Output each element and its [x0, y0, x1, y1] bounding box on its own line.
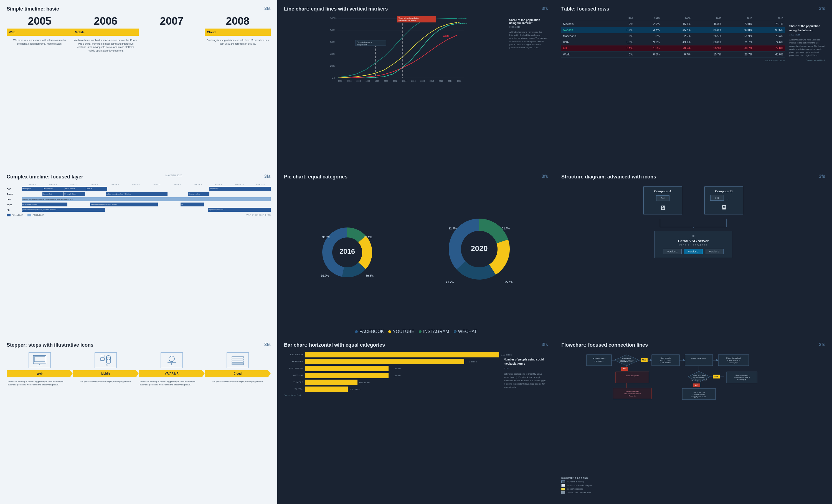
svg-text:2006: 2006 — [411, 80, 416, 82]
cell: 0.1% — [608, 46, 634, 52]
svg-text:error communication in: error communication in — [624, 393, 641, 395]
panel-bar-chart: Bar chart: horizontal with equal categor… — [277, 336, 555, 504]
svg-rect-89 — [616, 372, 649, 383]
cell: 0% — [608, 52, 634, 58]
central-server-box: 🖥 Cetral VSG server VERSION DATABASE Ver… — [654, 231, 732, 258]
bar-row-wechat: WECHAT 1 billion — [284, 373, 499, 378]
panel-9-title: Flowchart: focused connection lines — [561, 342, 648, 348]
legend-box-kolektor — [561, 484, 565, 487]
svg-text:NO: NO — [695, 384, 698, 386]
version-btn-3[interactable]: Version 3 — [705, 249, 724, 254]
vr-icon-svg — [165, 355, 179, 365]
pct-21-7-bottom: 21.7% — [446, 281, 454, 284]
cell: 6.7% — [661, 52, 692, 58]
pie-legend: FACEBOOK YOUTUBE INSTAGRAM WECHAT — [284, 329, 548, 334]
year-num-2008: 2008 — [205, 16, 271, 26]
svg-text:using physical switch.: using physical switch. — [691, 396, 707, 398]
svg-text:2002: 2002 — [393, 80, 397, 82]
legend-instagram: INSTAGRAM — [419, 329, 449, 334]
pie-svg-2016: 2016 — [322, 227, 372, 277]
computer-b-box: Computer B File ← 🖥 — [704, 187, 743, 215]
panel-9-brand: 3fs — [819, 342, 825, 347]
panel-simple-timeline: Simple timeline: basic 3fs 2005 Web We h… — [0, 0, 277, 168]
col-country — [561, 16, 608, 21]
version-btn-1[interactable]: Version 1 — [663, 249, 682, 254]
stepper-desc-vr: When we develop a promising prototype wi… — [139, 380, 205, 386]
flowchart-svg: Robot requires a (re)boot... Is the robo… — [561, 352, 825, 424]
svg-text:surpasses 250 million, ...: surpasses 250 million, ... — [398, 20, 418, 22]
year-2005: 2005 Web We have vast experience with in… — [7, 16, 73, 52]
ct-cell: 3fs swag & offices — [64, 192, 85, 196]
desc-text: All individuals who have used the Intern… — [789, 38, 825, 57]
year-2008: 2008 Cloud Our longstanding relationship… — [205, 16, 271, 52]
row-label-world: World — [561, 52, 608, 58]
ct-cell: dark keynote — [43, 187, 64, 191]
version-btn-2[interactable]: Version 2 — [684, 249, 703, 254]
label-youtube: YOUTUBE — [393, 329, 414, 334]
cell: 0% — [608, 21, 634, 27]
cell: 28.7% — [723, 52, 754, 58]
ct-cell-empty — [105, 208, 208, 212]
ct-label-alja: Alja2 — [7, 203, 22, 206]
table-row: World 0%0.8%6.7%15.7%28.7%43.0% — [561, 52, 785, 58]
panel-3-table-area: 1990 1995 2000 2005 2010 2015 Slovenia 0… — [561, 16, 785, 62]
complex-timeline-inner: WEEK 1 WEEK 2 WEEK 3 WEEK 4 WEEK 5 WEEK … — [7, 184, 271, 216]
ct-cells-cop: sodelovanje pri vsebinski + različne int… — [22, 197, 271, 201]
cell: 90.6% — [754, 27, 785, 33]
timeline-years-row: 2005 Web We have vast experience with in… — [7, 16, 271, 52]
computer-b-file: File — [710, 195, 724, 201]
svg-text:80%: 80% — [330, 29, 335, 32]
cell: 0.8% — [634, 52, 661, 58]
dot-instagram — [419, 330, 421, 333]
stepper-desc-cloud: We generously support our rapid prototyp… — [211, 380, 265, 383]
computer-a-box: Computer A File 🖥 — [643, 187, 682, 215]
svg-text:Robot requires: Robot requires — [593, 358, 605, 360]
svg-text:60%: 60% — [330, 41, 335, 44]
svg-text:booting up.: booting up. — [729, 362, 738, 364]
ct-cell: dodatne ilustracije za 3fs.si + lib ilus… — [106, 192, 167, 196]
table-source: Source: World Bank — [561, 59, 785, 62]
complex-timeline-scroll: WEEK 1 WEEK 2 WEEK 3 WEEK 4 WEEK 5 WEEK … — [7, 184, 271, 216]
svg-text:already running?: already running? — [620, 360, 634, 362]
col-1995: 1995 — [634, 16, 661, 21]
svg-text:reboot option: reboot option — [660, 359, 671, 362]
monitor-b-icon: 🖥 — [710, 204, 737, 211]
line-chart-container: 100% 80% 60% 40% 20% 0% 1990 1992 1994 1… — [284, 16, 548, 159]
week-7: WEEK 7 — [147, 184, 167, 186]
bar-chart-area: FACEBOOK 2.32 billion YOUTUBE 1 billion — [284, 352, 499, 396]
ct-cell: brandbook v2 — [209, 187, 271, 191]
legend-doc-title: DOCUMENT LEGEND — [561, 477, 592, 479]
svg-text:2010: 2010 — [430, 80, 434, 82]
ct-cell-empty — [22, 192, 42, 196]
bar-row-facebook: FACEBOOK 2.32 billion — [284, 352, 499, 358]
year-num-2005: 2005 — [7, 16, 73, 26]
bar-track-youtube: 1 billion — [305, 359, 499, 364]
bar-label-youtube: YOUTUBE — [284, 360, 304, 363]
ct-cell-empty — [210, 192, 230, 196]
svg-text:User powers on: User powers on — [693, 392, 705, 393]
legend-facebook: FACEBOOK — [355, 329, 384, 334]
legend-label-kolektor: Happens at Kolektor Digital — [567, 484, 592, 486]
ct-empty-header — [7, 184, 22, 186]
year-2007: 2007 — [139, 16, 205, 52]
panel-pie-chart: Pie chart: equal categories 3fs 2016 16.… — [277, 168, 555, 336]
week-3: WEEK 3 — [63, 184, 84, 186]
svg-text:100%: 100% — [330, 17, 336, 20]
line-chart-legend: Share of the population using the Intern… — [509, 16, 548, 159]
ct-header-row: WEEK 1 WEEK 2 WEEK 3 WEEK 4 WEEK 5 WEEK … — [7, 184, 271, 186]
cell: 0% — [608, 33, 634, 39]
bar-fill-tumblr: 624 million — [305, 380, 358, 385]
cell: 26.5% — [692, 33, 723, 39]
label-facebook: FACEBOOK — [359, 329, 384, 334]
ct-cells-janez: dark mut. ilustr. 3fs swag & offices dod… — [22, 192, 271, 196]
computer-b-file-row: File ← — [710, 195, 737, 203]
bar-track-tumblr: 624 million — [305, 380, 499, 385]
panel-6-title: Structure diagram: advanced with icons — [561, 174, 656, 180]
svg-text:0%: 0% — [332, 77, 335, 79]
panel-2-title: Line chart: equal lines with vertical ma… — [284, 6, 388, 12]
panel-8-header: Bar chart: horizontal with equal categor… — [284, 342, 548, 348]
legend-label-factory: Happens in factory — [567, 480, 584, 483]
svg-text:Robot is displayed: Robot is displayed — [625, 391, 639, 392]
cell: 70.0% — [723, 21, 754, 27]
table-row: USA 0.8%9.2%43.1%68.0%71.7%74.6% — [561, 39, 785, 46]
